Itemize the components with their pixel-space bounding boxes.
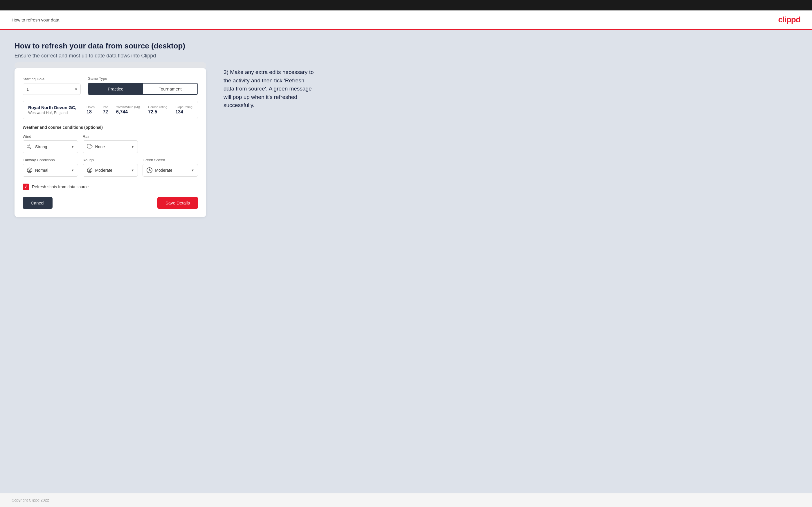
page-subtitle: Ensure the correct and most up to date d… bbox=[14, 53, 798, 59]
slope-rating-stat: Slope rating 134 bbox=[175, 105, 193, 115]
form-card: Starting Hole 1 2 10 ▼ Game Type Practic… bbox=[14, 68, 206, 217]
fairway-rough-green-row: Fairway Conditions Normal ▼ bbox=[22, 158, 198, 177]
rough-icon bbox=[87, 167, 93, 173]
green-speed-group: Green Speed Moderate ▼ bbox=[143, 158, 198, 177]
content-area: Starting Hole 1 2 10 ▼ Game Type Practic… bbox=[14, 68, 798, 217]
yards-value: 6,744 bbox=[116, 109, 128, 115]
rain-value: None bbox=[95, 145, 131, 149]
footer-copyright: Copyright Clippd 2022 bbox=[12, 498, 49, 502]
rain-icon bbox=[87, 144, 93, 150]
rough-arrow-icon: ▼ bbox=[131, 169, 134, 172]
wind-icon bbox=[27, 144, 33, 150]
wind-value: Strong bbox=[35, 145, 71, 149]
starting-hole-group: Starting Hole 1 2 10 ▼ bbox=[22, 77, 81, 95]
green-speed-arrow-icon: ▼ bbox=[191, 169, 194, 172]
rough-label: Rough bbox=[83, 158, 138, 162]
conditions-grid: Wind Strong ▼ bbox=[22, 134, 198, 177]
yards-stat: Yards/White (M)) 6,744 bbox=[116, 105, 140, 115]
starting-hole-row: Starting Hole 1 2 10 ▼ Game Type Practic… bbox=[22, 76, 198, 95]
header-title: How to refresh your data bbox=[12, 17, 59, 22]
green-speed-icon bbox=[146, 167, 153, 173]
fairway-icon bbox=[27, 167, 33, 173]
starting-hole-label: Starting Hole bbox=[22, 77, 81, 81]
instruction-text: 3) Make any extra edits necessary to the… bbox=[223, 68, 316, 110]
rain-group: Rain None ▼ bbox=[83, 134, 138, 153]
green-speed-value: Moderate bbox=[155, 168, 191, 173]
fairway-group: Fairway Conditions Normal ▼ bbox=[22, 158, 78, 177]
course-rating-stat: Course rating 72.5 bbox=[148, 105, 167, 115]
game-type-group: Game Type Practice Tournament bbox=[88, 76, 198, 95]
refresh-checkbox-row: ✓ Refresh shots from data source bbox=[22, 184, 198, 190]
green-speed-select[interactable]: Moderate ▼ bbox=[143, 164, 198, 177]
wind-group: Wind Strong ▼ bbox=[22, 134, 78, 153]
rough-select[interactable]: Moderate ▼ bbox=[83, 164, 138, 177]
course-location: Westward Ho!, England bbox=[28, 111, 87, 115]
course-stats: Holes 18 Par 72 Yards/White (M)) 6,744 C… bbox=[87, 105, 193, 115]
course-info-box: Royal North Devon GC, Westward Ho!, Engl… bbox=[22, 101, 198, 119]
cancel-button[interactable]: Cancel bbox=[22, 197, 53, 209]
par-value: 72 bbox=[103, 109, 108, 115]
fairway-select[interactable]: Normal ▼ bbox=[22, 164, 78, 177]
wind-rain-row: Wind Strong ▼ bbox=[22, 134, 198, 153]
starting-hole-select[interactable]: 1 2 10 bbox=[22, 83, 81, 95]
course-name-block: Royal North Devon GC, Westward Ho!, Engl… bbox=[28, 105, 87, 115]
svg-point-6 bbox=[89, 169, 90, 171]
footer: Copyright Clippd 2022 bbox=[0, 493, 812, 507]
checkbox-check-icon: ✓ bbox=[24, 184, 28, 189]
game-type-label: Game Type bbox=[88, 76, 198, 80]
logo: clippd bbox=[778, 15, 800, 24]
course-rating-value: 72.5 bbox=[148, 109, 157, 115]
wind-arrow-icon: ▼ bbox=[71, 145, 74, 149]
top-bar bbox=[0, 0, 812, 10]
rain-select[interactable]: None ▼ bbox=[83, 140, 138, 153]
refresh-checkbox-label: Refresh shots from data source bbox=[32, 184, 89, 189]
holes-label: Holes bbox=[87, 105, 95, 109]
fairway-label: Fairway Conditions bbox=[22, 158, 78, 162]
holes-stat: Holes 18 bbox=[87, 105, 95, 115]
par-label: Par bbox=[103, 105, 108, 109]
fairway-arrow-icon: ▼ bbox=[71, 169, 74, 172]
rough-value: Moderate bbox=[95, 168, 131, 173]
rain-arrow-icon: ▼ bbox=[131, 145, 134, 149]
main-content: How to refresh your data from source (de… bbox=[0, 30, 812, 493]
course-name: Royal North Devon GC, bbox=[28, 105, 87, 110]
form-actions: Cancel Save Details bbox=[22, 197, 198, 209]
fairway-value: Normal bbox=[35, 168, 71, 173]
course-rating-label: Course rating bbox=[148, 105, 167, 109]
page-title: How to refresh your data from source (de… bbox=[14, 42, 798, 51]
header: How to refresh your data clippd bbox=[0, 10, 812, 30]
wind-select[interactable]: Strong ▼ bbox=[22, 140, 78, 153]
svg-point-4 bbox=[29, 169, 31, 171]
slope-rating-value: 134 bbox=[175, 109, 183, 115]
rain-label: Rain bbox=[83, 134, 138, 138]
starting-hole-select-wrapper: 1 2 10 ▼ bbox=[22, 83, 81, 95]
par-stat: Par 72 bbox=[103, 105, 108, 115]
wind-label: Wind bbox=[22, 134, 78, 138]
rough-group: Rough Moderate ▼ bbox=[83, 158, 138, 177]
weather-section-title: Weather and course conditions (optional) bbox=[22, 125, 198, 130]
tournament-button[interactable]: Tournament bbox=[143, 83, 197, 94]
green-speed-label: Green Speed bbox=[143, 158, 198, 162]
instruction-block: 3) Make any extra edits necessary to the… bbox=[223, 68, 316, 110]
yards-label: Yards/White (M)) bbox=[116, 105, 140, 109]
save-button[interactable]: Save Details bbox=[157, 197, 198, 209]
holes-value: 18 bbox=[87, 109, 92, 115]
game-type-buttons: Practice Tournament bbox=[88, 83, 198, 95]
refresh-checkbox[interactable]: ✓ bbox=[22, 184, 29, 190]
slope-rating-label: Slope rating bbox=[175, 105, 193, 109]
practice-button[interactable]: Practice bbox=[88, 83, 143, 94]
